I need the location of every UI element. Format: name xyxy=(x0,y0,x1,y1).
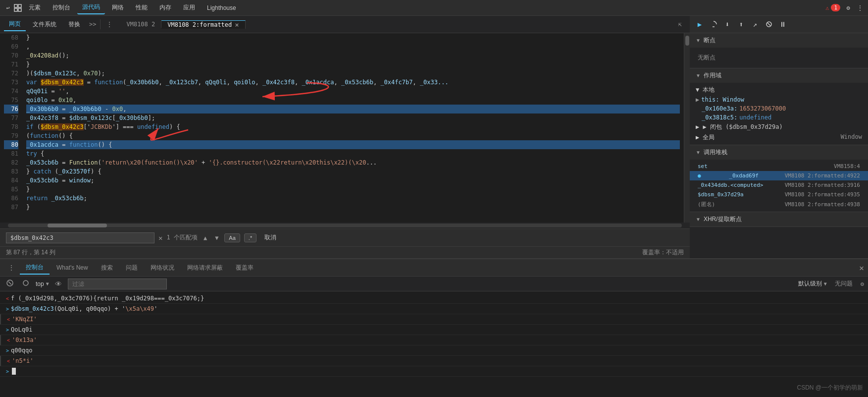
console-arrow-right-4: > xyxy=(6,327,9,333)
top-dropdown-icon[interactable]: ▼ xyxy=(46,281,49,286)
console-settings-icon[interactable]: ⚙ xyxy=(861,281,864,287)
scope-label: 作用域 xyxy=(704,71,721,80)
menu-network[interactable]: 网络 xyxy=(107,1,129,14)
step-into-button[interactable]: ⬇ xyxy=(721,18,733,30)
console-line-5: < '0x13a' xyxy=(0,335,868,345)
local-arrow: ▼ xyxy=(696,86,703,93)
editor-scrollbar[interactable] xyxy=(684,33,690,223)
closure-label: ▶ 闭包 ($dbsm_0x37d29a) xyxy=(703,123,782,130)
code-line-80: _0x1acdca = function() { xyxy=(26,140,680,149)
expand-panel-icon[interactable]: ⇱ xyxy=(674,19,686,30)
breakpoints-arrow: ▼ xyxy=(696,38,701,43)
code-line-82: _0x53cb6b = Function('return\x20(functio… xyxy=(26,158,680,167)
call-stack-set[interactable]: set VM8158:4 xyxy=(690,162,868,171)
call-stack-0xdad69f[interactable]: ● _0xdad69f VM8108 2:formatted:4922 xyxy=(690,171,868,180)
call-stack-anonymous[interactable]: (匿名) VM8108 2:formatted:4938 xyxy=(690,199,868,210)
back-icon[interactable]: ↩ xyxy=(4,4,12,12)
editor-tab-vm2[interactable]: VM8108 2:formatted × xyxy=(161,20,245,29)
line-76: 76 xyxy=(4,105,18,113)
search-clear-icon[interactable]: ✕ xyxy=(158,234,162,242)
secondary-bar: 网页 文件系统 替换 >> ⋮ VM8108 2 VM8108 2:format… xyxy=(0,16,690,33)
error-badge-container[interactable]: ⚠ 1 xyxy=(825,4,840,11)
this-expand-arrow: ▶ xyxy=(696,96,699,103)
sec-tab-filesystem[interactable]: 文件系统 xyxy=(28,18,61,31)
code-line-69: , xyxy=(26,42,680,51)
code-line-74: qQq01i = '', xyxy=(26,87,680,96)
editor-tab-vm1[interactable]: VM8108 2 xyxy=(120,21,161,28)
breakpoints-header[interactable]: ▼ 断点 xyxy=(690,33,868,48)
call-stack-header[interactable]: ▼ 调用堆栈 xyxy=(690,145,868,160)
code-area[interactable]: 68 69 70 71 72 73 74 75 76 77 78 79 xyxy=(0,33,690,228)
preserve-log-icon[interactable] xyxy=(20,278,32,289)
menu-application[interactable]: 应用 xyxy=(178,1,200,14)
more-tabs-icon[interactable]: >> xyxy=(89,21,96,28)
global-scope-header[interactable]: ▶ 全局 Window xyxy=(690,132,868,143)
deactivate-breakpoints-button[interactable] xyxy=(763,18,775,30)
svg-rect-3 xyxy=(18,8,21,11)
console-tab-issues[interactable]: 问题 xyxy=(120,262,144,274)
pause-on-exception-button[interactable]: ⏸ xyxy=(777,18,789,30)
step-out-button[interactable]: ⬆ xyxy=(735,18,747,30)
search-nav-up[interactable]: ▲ xyxy=(202,233,209,242)
step-over-button[interactable] xyxy=(708,18,719,30)
eye-icon[interactable]: 👁 xyxy=(53,279,64,289)
menu-console[interactable]: 控制台 xyxy=(48,1,75,14)
line-69: 69 xyxy=(4,42,18,51)
menu-memory[interactable]: 内存 xyxy=(154,1,176,14)
console-line-8[interactable]: > xyxy=(0,366,868,377)
horizontal-scrollbar[interactable] xyxy=(0,223,690,228)
menu-lighthouse[interactable]: Lighthouse xyxy=(202,2,241,13)
console-arrow-left-3: < xyxy=(7,317,10,322)
console-filter-input[interactable] xyxy=(68,279,167,289)
error-count: 1 xyxy=(831,4,840,11)
scope-header[interactable]: ▼ 作用域 xyxy=(690,68,868,83)
step-button[interactable]: ↗ xyxy=(749,18,761,30)
search-match-count: 1 个匹配项 xyxy=(166,233,197,242)
code-line-78: if ($dbsm_0x42c3['JCBKDb'] === undefined… xyxy=(26,122,680,131)
console-tab-coverage[interactable]: 覆盖率 xyxy=(230,262,259,274)
code-line-70: _0x4208ad(); xyxy=(26,51,680,60)
console-tab-network-blocking[interactable]: 网络请求屏蔽 xyxy=(181,262,229,274)
sec-tab-webpage[interactable]: 网页 xyxy=(4,18,26,31)
call-stack-0x434ddb[interactable]: _0x434ddb.<computed> VM8108 2:formatted:… xyxy=(690,180,868,190)
settings-icon[interactable]: ⚙ xyxy=(844,4,852,12)
scroll-track[interactable] xyxy=(8,224,682,227)
panel-options-icon[interactable]: ⋮ xyxy=(104,21,114,28)
local-scope-header[interactable]: ▼ 本地 xyxy=(690,85,868,95)
code-lines[interactable]: } , _0x4208ad(); } )($dbsm_0x123c, 0x70)… xyxy=(22,33,684,223)
more-icon[interactable]: ⋮ xyxy=(856,4,864,12)
console-tab-search[interactable]: 搜索 xyxy=(95,262,119,274)
line-77: 77 xyxy=(4,113,18,122)
search-nav-down[interactable]: ▼ xyxy=(213,233,220,242)
menu-sources[interactable]: 源代码 xyxy=(77,1,105,14)
console-close-icon[interactable]: ✕ xyxy=(859,263,864,273)
console-tab-console[interactable]: 控制台 xyxy=(20,261,50,275)
search-input[interactable] xyxy=(6,232,154,243)
console-text-3: 'KNqZI' xyxy=(12,316,37,323)
panel-menu-icon[interactable]: ⋮ xyxy=(4,262,19,274)
call-stack-0x37d29a[interactable]: $dbsm_0x37d29a VM8108 2:formatted:4935 xyxy=(690,190,868,199)
log-level-dropdown-icon[interactable]: ▼ xyxy=(824,281,827,286)
sec-tab-overrides[interactable]: 替换 xyxy=(63,18,85,31)
xhr-header[interactable]: ▼ XHR/提取断点 xyxy=(690,212,868,227)
scope-key-0x3818c5: _0x3818c5: xyxy=(702,114,737,121)
call-stack-arrow: ▼ xyxy=(696,150,701,155)
scope-this[interactable]: ▶ this: Window xyxy=(690,95,868,104)
menu-elements[interactable]: 元素 xyxy=(24,1,46,14)
console-output[interactable]: < f (_0x19d298,_0x3c7076){return _0x19d2… xyxy=(0,291,868,397)
global-value: Window xyxy=(841,133,862,142)
log-level-container: 默认级别 ▼ xyxy=(798,280,827,288)
regex-button[interactable]: .* xyxy=(244,233,256,242)
inspect-icon[interactable] xyxy=(14,4,22,12)
console-tab-whats-new[interactable]: What's New xyxy=(51,262,94,273)
clear-console-icon[interactable] xyxy=(4,278,16,289)
match-case-button[interactable]: Aa xyxy=(224,233,240,242)
resume-button[interactable]: ▶ xyxy=(694,18,706,30)
search-cancel-button[interactable]: 取消 xyxy=(260,232,280,243)
menu-performance[interactable]: 性能 xyxy=(131,1,153,14)
console-tab-network-conditions[interactable]: 网络状况 xyxy=(145,262,180,274)
tab-close-icon[interactable]: × xyxy=(235,21,239,29)
line-78: 78 xyxy=(4,122,18,131)
closure-scope-header[interactable]: ▶ ▶ 闭包 ($dbsm_0x37d29a) xyxy=(690,122,868,132)
line-75: 75 xyxy=(4,96,18,105)
